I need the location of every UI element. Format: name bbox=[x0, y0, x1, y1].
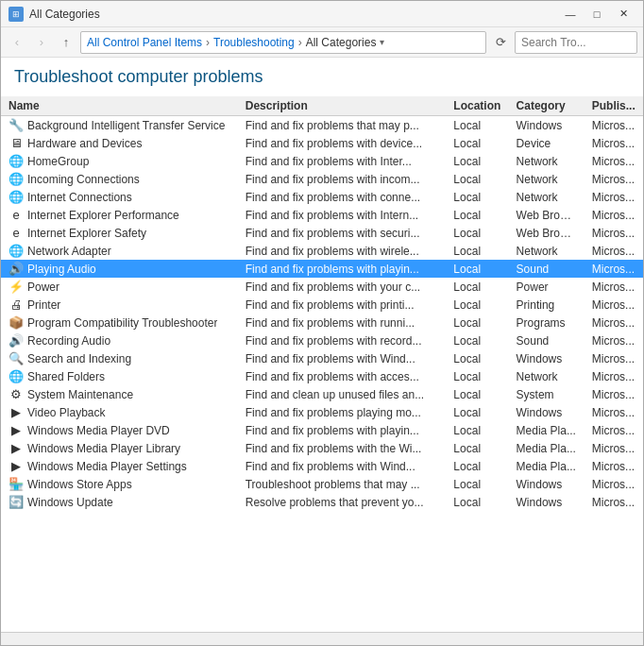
item-name-label: Windows Update bbox=[27, 496, 113, 509]
item-name-label: Windows Media Player DVD bbox=[27, 424, 170, 437]
item-icon: 🌐 bbox=[8, 244, 24, 258]
item-publisher: Micros... bbox=[585, 188, 643, 206]
window-controls: — □ ✕ bbox=[558, 5, 636, 24]
item-category: Programs bbox=[509, 314, 585, 332]
item-icon: ⚡ bbox=[8, 280, 24, 294]
item-description: Find and fix problems with conne... bbox=[238, 188, 447, 206]
col-header-category[interactable]: Category bbox=[509, 96, 585, 116]
item-icon: ⚙ bbox=[8, 387, 24, 401]
breadcrumb-control-panel[interactable]: All Control Panel Items bbox=[87, 36, 202, 49]
item-description: Find and fix problems with wirele... bbox=[238, 242, 447, 260]
refresh-button[interactable]: ⟳ bbox=[490, 32, 511, 53]
item-category: Windows bbox=[509, 116, 585, 135]
item-description: Find and fix problems with incom... bbox=[238, 170, 447, 188]
table-row[interactable]: 🏪Windows Store AppsTroubleshoot problems… bbox=[1, 475, 643, 493]
col-header-publisher[interactable]: Publis... bbox=[585, 96, 643, 116]
item-category: Media Pla... bbox=[509, 439, 585, 457]
breadcrumb-current: All Categories bbox=[306, 36, 377, 49]
item-description: Find and clean up unused files an... bbox=[238, 385, 447, 403]
table-row[interactable]: eInternet Explorer PerformanceFind and f… bbox=[1, 206, 643, 224]
table-row[interactable]: 🌐Shared FoldersFind and fix problems wit… bbox=[1, 367, 643, 385]
back-button[interactable]: ‹ bbox=[7, 32, 27, 53]
item-category: System bbox=[509, 385, 585, 403]
breadcrumb-bar[interactable]: All Control Panel Items › Troubleshootin… bbox=[80, 31, 486, 54]
col-header-name[interactable]: Name bbox=[1, 96, 238, 116]
table-row[interactable]: ▶Windows Media Player DVDFind and fix pr… bbox=[1, 421, 643, 439]
table-row[interactable]: 🌐Internet ConnectionsFind and fix proble… bbox=[1, 188, 643, 206]
item-name-cell: ⚡Power bbox=[1, 278, 238, 296]
table-row[interactable]: 🔍Search and IndexingFind and fix problem… bbox=[1, 349, 643, 367]
item-name-label: Background Intelligent Transfer Service bbox=[27, 119, 225, 132]
item-description: Find and fix problems with device... bbox=[238, 134, 447, 152]
item-location: Local bbox=[446, 260, 508, 278]
col-header-location[interactable]: Location bbox=[446, 96, 508, 116]
maximize-button[interactable]: □ bbox=[585, 5, 609, 24]
table-row[interactable]: 🔧Background Intelligent Transfer Service… bbox=[1, 116, 643, 135]
table-row[interactable]: 🌐HomeGroupFind and fix problems with Int… bbox=[1, 152, 643, 170]
item-publisher: Micros... bbox=[585, 224, 643, 242]
item-name-label: HomeGroup bbox=[27, 155, 89, 168]
close-button[interactable]: ✕ bbox=[611, 5, 636, 24]
table-row[interactable]: ▶Windows Media Player SettingsFind and f… bbox=[1, 457, 643, 475]
item-category: Network bbox=[509, 152, 585, 170]
main-window: ⊞ All Categories — □ ✕ ‹ › ↑ All Control… bbox=[0, 0, 644, 646]
item-name-label: Incoming Connections bbox=[27, 173, 140, 186]
table-row[interactable]: ▶Windows Media Player LibraryFind and fi… bbox=[1, 439, 643, 457]
item-location: Local bbox=[446, 242, 508, 260]
item-description: Resolve problems that prevent yo... bbox=[238, 493, 447, 511]
table-row[interactable]: ⚡PowerFind and fix problems with your c.… bbox=[1, 278, 643, 296]
minimize-button[interactable]: — bbox=[558, 5, 583, 24]
col-header-description[interactable]: Description bbox=[238, 96, 447, 116]
item-location: Local bbox=[446, 314, 508, 332]
item-location: Local bbox=[446, 116, 508, 135]
item-icon: 🔧 bbox=[8, 118, 24, 132]
item-name-label: Hardware and Devices bbox=[27, 137, 142, 150]
horizontal-scrollbar[interactable] bbox=[1, 632, 643, 645]
table-row[interactable]: 🔄Windows UpdateResolve problems that pre… bbox=[1, 493, 643, 511]
table-row[interactable]: 🔊Playing AudioFind and fix problems with… bbox=[1, 260, 643, 278]
item-category: Web Brow... bbox=[509, 206, 585, 224]
table-row[interactable]: 🌐Network AdapterFind and fix problems wi… bbox=[1, 242, 643, 260]
page-header: Troubleshoot computer problems bbox=[1, 58, 643, 96]
item-publisher: Micros... bbox=[585, 439, 643, 457]
forward-button[interactable]: › bbox=[31, 32, 52, 53]
table-row[interactable]: 🌐Incoming ConnectionsFind and fix proble… bbox=[1, 170, 643, 188]
address-bar: ‹ › ↑ All Control Panel Items › Troubles… bbox=[1, 27, 643, 58]
item-name-cell: 🖥Hardware and Devices bbox=[1, 134, 238, 152]
table-row[interactable]: ▶Video PlaybackFind and fix problems pla… bbox=[1, 403, 643, 421]
table-row[interactable]: 🔊Recording AudioFind and fix problems wi… bbox=[1, 332, 643, 349]
table-row[interactable]: 🖥Hardware and DevicesFind and fix proble… bbox=[1, 134, 643, 152]
item-publisher: Micros... bbox=[585, 403, 643, 421]
item-name-label: Program Compatibility Troubleshooter bbox=[27, 316, 217, 330]
breadcrumb-troubleshooting[interactable]: Troubleshooting bbox=[213, 36, 295, 49]
item-name-label: Windows Store Apps bbox=[27, 478, 132, 491]
item-name-label: Internet Connections bbox=[27, 191, 132, 204]
item-publisher: Micros... bbox=[585, 421, 643, 439]
item-location: Local bbox=[446, 439, 508, 457]
item-name-cell: 🔄Windows Update bbox=[1, 493, 238, 511]
item-location: Local bbox=[446, 385, 508, 403]
item-category: Network bbox=[509, 170, 585, 188]
table-row[interactable]: 🖨PrinterFind and fix problems with print… bbox=[1, 296, 643, 314]
table-row[interactable]: eInternet Explorer SafetyFind and fix pr… bbox=[1, 224, 643, 242]
item-location: Local bbox=[446, 206, 508, 224]
window-title: All Categories bbox=[29, 8, 100, 21]
table-row[interactable]: ⚙System MaintenanceFind and clean up unu… bbox=[1, 385, 643, 403]
item-icon: 🏪 bbox=[8, 477, 24, 491]
item-description: Find and fix problems with the Wi... bbox=[238, 439, 447, 457]
search-input[interactable] bbox=[515, 31, 637, 54]
item-name-cell: 🏪Windows Store Apps bbox=[1, 475, 238, 493]
item-description: Find and fix problems with securi... bbox=[238, 224, 447, 242]
item-name-label: Windows Media Player Library bbox=[27, 442, 180, 455]
table-row[interactable]: 📦Program Compatibility TroubleshooterFin… bbox=[1, 314, 643, 332]
up-button[interactable]: ↑ bbox=[56, 32, 76, 53]
item-description: Find and fix problems with your c... bbox=[238, 278, 447, 296]
item-category: Printing bbox=[509, 296, 585, 314]
item-category: Power bbox=[509, 278, 585, 296]
item-location: Local bbox=[446, 170, 508, 188]
item-icon: 🌐 bbox=[8, 369, 24, 383]
item-description: Find and fix problems with record... bbox=[238, 332, 447, 349]
item-name-cell: 🌐HomeGroup bbox=[1, 152, 238, 170]
item-name-label: Internet Explorer Safety bbox=[27, 227, 146, 240]
item-icon: 📦 bbox=[8, 315, 24, 330]
